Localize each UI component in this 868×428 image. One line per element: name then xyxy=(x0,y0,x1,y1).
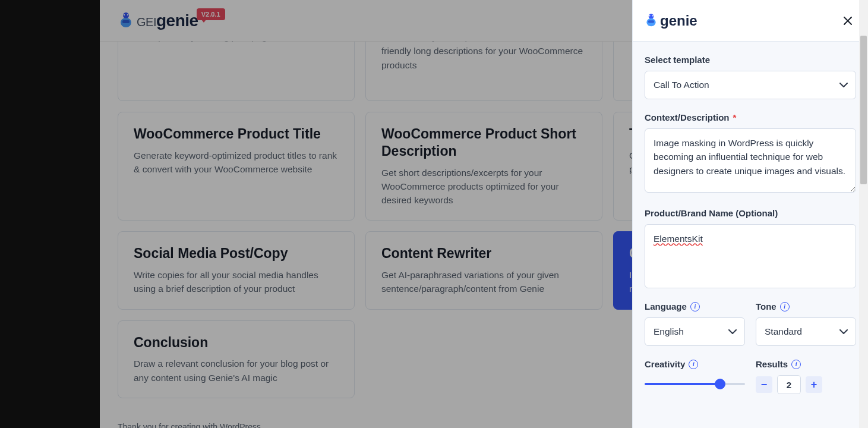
context-textarea[interactable]: Image masking in WordPress is quickly be… xyxy=(645,128,856,193)
scrollbar[interactable] xyxy=(859,0,868,428)
svg-point-7 xyxy=(652,15,654,16)
creativity-slider[interactable] xyxy=(645,383,745,385)
scrollbar-thumb[interactable] xyxy=(860,36,867,184)
info-icon[interactable]: i xyxy=(791,360,801,369)
creativity-label: Creativity i xyxy=(645,359,745,369)
slider-thumb[interactable] xyxy=(715,379,725,389)
settings-panel: genie Select template Context/Descrip xyxy=(632,0,868,428)
info-icon[interactable]: i xyxy=(689,360,698,369)
close-button[interactable] xyxy=(839,12,856,29)
tone-select[interactable] xyxy=(756,317,856,346)
context-label: Context/Description * xyxy=(645,112,856,122)
svg-point-6 xyxy=(649,15,650,16)
increment-button[interactable]: + xyxy=(806,376,822,393)
admin-sidebar xyxy=(0,0,100,428)
template-select[interactable] xyxy=(645,71,856,99)
decrement-button[interactable]: − xyxy=(756,376,772,393)
info-icon[interactable]: i xyxy=(690,302,700,311)
template-label: Select template xyxy=(645,55,856,65)
results-label: Results i xyxy=(756,359,856,369)
language-label: Language i xyxy=(645,301,745,311)
brand-textarea[interactable]: ElementsKit xyxy=(645,224,856,288)
results-input[interactable] xyxy=(777,375,801,394)
close-icon xyxy=(843,16,853,26)
svg-rect-9 xyxy=(648,20,654,23)
tone-label: Tone i xyxy=(756,301,856,311)
panel-logo: genie xyxy=(645,12,697,29)
language-select[interactable] xyxy=(645,317,745,346)
info-icon[interactable]: i xyxy=(780,302,790,311)
brand-label: Product/Brand Name (Optional) xyxy=(645,208,856,218)
